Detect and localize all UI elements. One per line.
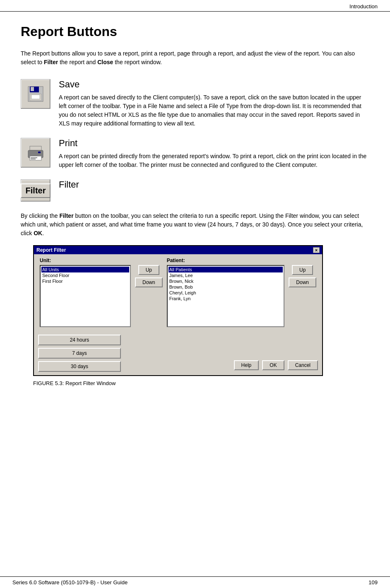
patient-column: Patient: All Patients James, Lee Brown, … (167, 258, 285, 327)
intro-paragraph: The Report buttons allow you to save a r… (21, 49, 369, 67)
footer-left: Series 6.0 Software (0510-1079-B) - User… (12, 579, 128, 586)
list-item[interactable]: Brown, Nick (169, 278, 283, 284)
list-item[interactable]: James, Lee (169, 272, 283, 278)
save-icon-box (21, 79, 51, 109)
page-title: Report Buttons (21, 24, 369, 41)
print-heading: Print (59, 138, 369, 149)
filter-paragraph: By clicking the Filter button on the too… (21, 212, 369, 238)
figure-caption: FIGURE 5.3: Report Filter Window (33, 380, 369, 386)
patient-nav-buttons: Up Down (289, 258, 316, 327)
patient-up-button[interactable]: Up (292, 265, 313, 275)
print-section: Print A report can be printed directly f… (21, 138, 369, 169)
patient-listbox[interactable]: All Patients James, Lee Brown, Nick Brow… (167, 265, 285, 327)
svg-rect-5 (30, 146, 41, 150)
filter-icon-box: Filter (21, 179, 51, 202)
filter-main-content: Unit: All Units Second Floor First Floor… (38, 258, 318, 327)
ok-button[interactable]: OK (262, 360, 284, 370)
list-item[interactable]: All Units (41, 267, 129, 272)
cancel-button[interactable]: Cancel (288, 360, 318, 370)
page-header: Introduction (0, 0, 390, 12)
list-item[interactable]: Brown, Bob (169, 284, 283, 290)
report-filter-window: Report Filter × Unit: All Units Second F… (33, 245, 323, 376)
list-item[interactable]: All Patients (169, 267, 283, 272)
filter-heading: Filter (59, 179, 369, 190)
30days-button[interactable]: 30 days (38, 361, 121, 372)
7days-button[interactable]: 7 days (38, 348, 121, 359)
unit-up-button[interactable]: Up (138, 265, 159, 275)
unit-down-button[interactable]: Down (135, 277, 163, 287)
report-filter-titlebar: Report Filter × (34, 246, 322, 254)
unit-nav-buttons: Up Down (135, 258, 163, 327)
main-content: Report Buttons The Report buttons allow … (0, 12, 390, 407)
list-item[interactable]: Cheryl, Leigh (169, 290, 283, 296)
print-text: A report can be printed directly from th… (59, 152, 369, 169)
patient-down-button[interactable]: Down (289, 277, 316, 287)
unit-listbox[interactable]: All Units Second Floor First Floor (40, 265, 131, 327)
24hours-button[interactable]: 24 hours (38, 335, 121, 345)
save-heading: Save (59, 79, 369, 90)
filter-content: Filter (59, 179, 369, 193)
svg-rect-4 (31, 95, 40, 99)
save-section: Save A report can be saved directly to t… (21, 79, 369, 128)
report-filter-title: Report Filter (36, 247, 66, 253)
filter-section: Filter Filter (21, 179, 369, 202)
save-icon (26, 85, 45, 103)
list-item[interactable]: Second Floor (41, 272, 129, 278)
unit-label: Unit: (40, 258, 131, 263)
close-button[interactable]: × (313, 247, 320, 253)
svg-rect-8 (38, 152, 41, 153)
patient-label: Patient: (167, 258, 285, 263)
svg-rect-2 (31, 87, 34, 91)
report-filter-body: Unit: All Units Second Floor First Floor… (34, 254, 322, 375)
save-content: Save A report can be saved directly to t… (59, 79, 369, 128)
help-button[interactable]: Help (234, 360, 259, 370)
header-title: Introduction (349, 3, 378, 10)
print-icon (26, 144, 45, 162)
unit-column: Unit: All Units Second Floor First Floor (40, 258, 131, 327)
filter-icon-label: Filter (21, 183, 51, 198)
list-item[interactable]: Frank, Lyn (169, 296, 283, 301)
print-content: Print A report can be printed directly f… (59, 138, 369, 169)
list-item[interactable]: First Floor (41, 278, 129, 284)
svg-rect-10 (31, 159, 36, 159)
footer-right: 109 (368, 579, 378, 586)
page-footer: Series 6.0 Software (0510-1079-B) - User… (0, 576, 390, 588)
time-buttons: 24 hours 7 days 30 days (38, 335, 121, 372)
save-text: A report can be saved directly to the Cl… (59, 93, 369, 128)
svg-rect-9 (31, 157, 37, 158)
print-icon-box (21, 138, 51, 168)
